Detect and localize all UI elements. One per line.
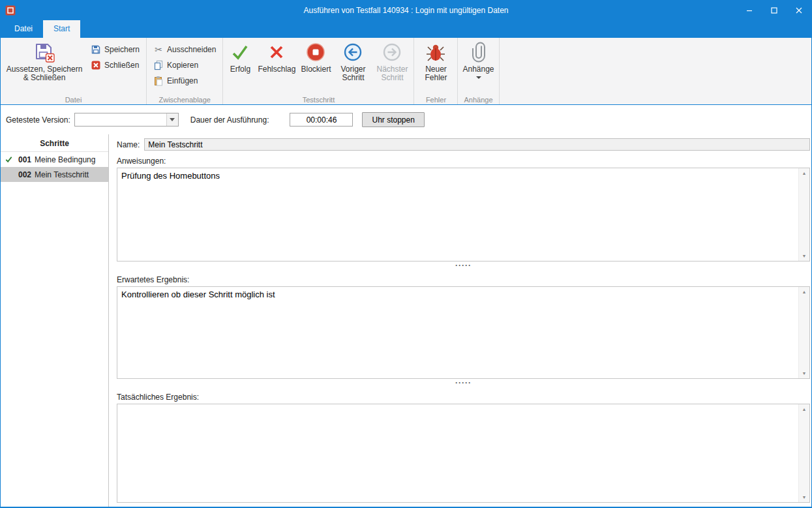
splitter-grip-icon: ····· xyxy=(455,263,472,267)
anweisungen-field: Prüfung des Homebuttons ▲ ▼ xyxy=(117,168,810,261)
step-passed-check-icon xyxy=(5,155,18,164)
window-controls xyxy=(737,1,811,20)
blockiert-button[interactable]: Blockiert xyxy=(298,38,333,93)
ribbon-tab-row: Datei Start xyxy=(1,20,811,38)
toolbar: Getestete Version: Dauer der Ausführung:… xyxy=(1,105,811,134)
schliessen-button[interactable]: Schließen xyxy=(86,57,143,73)
getestete-version-input[interactable] xyxy=(75,113,166,126)
button-label: Voriger Schritt xyxy=(336,65,370,82)
erwartetes-ergebnis-textarea[interactable]: Kontrollieren ob dieser Schritt möglich … xyxy=(117,287,798,378)
ribbon-group-label: Datei xyxy=(1,96,146,104)
kopieren-button[interactable]: Kopieren xyxy=(149,57,203,73)
titlebar: Ausführen von Testfall 140934 : Login mi… xyxy=(1,1,811,20)
scrollbar[interactable]: ▲ ▼ xyxy=(798,404,809,502)
neuer-fehler-button[interactable]: Neuer Fehler xyxy=(416,38,455,93)
close-red-icon xyxy=(91,60,101,70)
anweisungen-textarea[interactable]: Prüfung des Homebuttons xyxy=(117,168,798,261)
bug-icon xyxy=(425,42,446,63)
ribbon-group-zwischenablage: ✂ Ausschneiden Kopieren Einfügen Zwische… xyxy=(147,38,223,104)
ribbon-group-label: Testschritt xyxy=(223,96,414,104)
step-item-001[interactable]: 001 Meine Bedingung xyxy=(1,152,108,167)
steps-panel: Schritte 001 Meine Bedingung 002 Mein Te… xyxy=(1,134,109,507)
clipboard-buttons: ✂ Ausschneiden Kopieren Einfügen xyxy=(149,38,220,89)
anhaenge-button[interactable]: Anhänge xyxy=(460,38,496,93)
tatsaechliches-ergebnis-textarea[interactable] xyxy=(117,404,798,502)
stop-icon xyxy=(305,42,326,63)
datei-small-buttons: Speichern Schließen xyxy=(86,38,144,73)
content-area: Schritte 001 Meine Bedingung 002 Mein Te… xyxy=(1,134,811,507)
save-icon xyxy=(91,44,101,55)
maximize-icon xyxy=(772,8,777,13)
close-icon xyxy=(796,8,802,13)
getestete-version-label: Getestete Version: xyxy=(6,115,70,125)
scrollbar[interactable]: ▲ ▼ xyxy=(798,168,809,261)
button-label: Fehlschlag xyxy=(258,65,295,74)
button-label: Nächster Schritt xyxy=(375,65,409,82)
step-item-002[interactable]: 002 Mein Testschritt xyxy=(1,167,108,182)
combobox-dropdown-button[interactable] xyxy=(166,113,178,126)
uhr-stoppen-button[interactable]: Uhr stoppen xyxy=(362,112,424,127)
arrow-left-circle-icon xyxy=(342,42,363,63)
erfolg-button[interactable]: Erfolg xyxy=(225,38,255,93)
name-row: Name: xyxy=(117,138,810,151)
button-label: Blockiert xyxy=(301,65,331,74)
tatsaechliches-ergebnis-label: Tatsächliches Ergebnis: xyxy=(117,393,810,402)
ribbon-group-label: Anhänge xyxy=(458,96,498,104)
button-label: Schließen xyxy=(104,61,139,70)
minimize-button[interactable] xyxy=(737,1,762,20)
window-title: Ausführen von Testfall 140934 : Login mi… xyxy=(1,6,811,15)
step-number: 002 xyxy=(18,170,31,179)
scroll-down-icon[interactable]: ▼ xyxy=(799,368,809,378)
tatsaechliches-ergebnis-field: ▲ ▼ xyxy=(117,404,810,503)
x-icon xyxy=(266,42,287,63)
ribbon-group-label: Fehler xyxy=(414,96,457,104)
close-button[interactable] xyxy=(787,1,811,20)
splitter-grip-icon: ····· xyxy=(455,381,472,385)
scroll-down-icon[interactable]: ▼ xyxy=(799,492,809,502)
ribbon-group-datei: Aussetzen, Speichern & Schließen Speiche… xyxy=(1,38,147,104)
naechster-schritt-button: Nächster Schritt xyxy=(372,38,412,93)
splitter-handle[interactable]: ····· xyxy=(117,379,810,387)
button-label: Anhänge xyxy=(462,65,494,74)
button-label: Erfolg xyxy=(230,65,250,74)
dauer-label: Dauer der Ausführung: xyxy=(190,115,269,125)
ribbon-group-label: Zwischenablage xyxy=(147,96,222,104)
button-label: Aussetzen, Speichern & Schließen xyxy=(5,65,83,82)
step-number: 001 xyxy=(18,155,31,164)
anweisungen-label: Anweisungen: xyxy=(117,157,810,166)
name-label: Name: xyxy=(117,140,140,149)
getestete-version-combobox[interactable] xyxy=(74,113,179,127)
scroll-up-icon[interactable]: ▲ xyxy=(799,287,809,297)
ribbon-group-anhaenge: Anhänge Anhänge xyxy=(458,38,499,104)
scroll-down-icon[interactable]: ▼ xyxy=(799,251,809,261)
button-label: Kopieren xyxy=(167,61,198,70)
maximize-button[interactable] xyxy=(762,1,787,20)
check-icon xyxy=(230,42,250,63)
ausschneiden-button[interactable]: ✂ Ausschneiden xyxy=(149,42,220,57)
ribbon-group-testschritt: Erfolg Fehlschlag Blockiert Voriger Schr… xyxy=(223,38,414,104)
app-window: { "window": { "title": "Ausführen von Te… xyxy=(0,0,812,508)
scissors-icon: ✂ xyxy=(153,44,164,55)
voriger-schritt-button[interactable]: Voriger Schritt xyxy=(333,38,372,93)
speichern-button[interactable]: Speichern xyxy=(86,42,144,57)
save-and-close-icon xyxy=(34,42,55,63)
paperclip-icon xyxy=(468,42,489,63)
chevron-down-icon xyxy=(170,118,175,121)
button-label: Speichern xyxy=(104,45,140,54)
dauer-input[interactable] xyxy=(290,113,353,127)
einfuegen-button[interactable]: Einfügen xyxy=(149,73,202,89)
splitter-handle[interactable]: ····· xyxy=(117,261,810,269)
ribbon: Aussetzen, Speichern & Schließen Speiche… xyxy=(1,38,811,105)
tab-datei[interactable]: Datei xyxy=(4,20,43,38)
tab-start[interactable]: Start xyxy=(43,20,80,38)
paste-icon xyxy=(153,76,164,86)
button-label: Neuer Fehler xyxy=(419,65,453,82)
app-icon[interactable] xyxy=(5,5,16,16)
scroll-up-icon[interactable]: ▲ xyxy=(799,404,809,414)
name-input[interactable] xyxy=(144,138,810,151)
scrollbar[interactable]: ▲ ▼ xyxy=(798,287,809,378)
scroll-up-icon[interactable]: ▲ xyxy=(799,168,809,178)
fehlschlag-button[interactable]: Fehlschlag xyxy=(255,38,298,93)
erwartetes-ergebnis-field: Kontrollieren ob dieser Schritt möglich … xyxy=(117,286,810,379)
aussetzen-speichern-schliessen-button[interactable]: Aussetzen, Speichern & Schließen xyxy=(3,38,86,93)
